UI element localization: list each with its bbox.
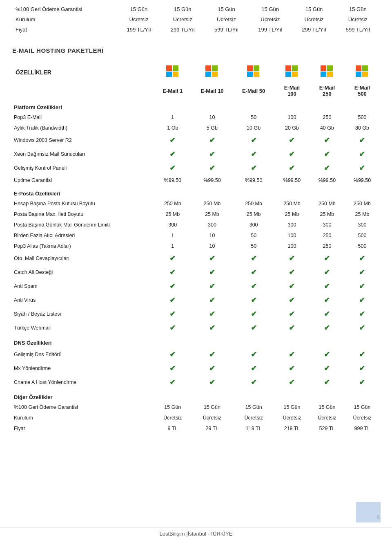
feature-value: ✔ [154, 375, 192, 389]
svg-rect-6 [205, 72, 211, 77]
feature-value: 100 [274, 112, 310, 123]
row-label: Kurulum [12, 14, 117, 25]
feature-label: Birden Fazla Alıcı Adresleri [12, 230, 154, 241]
section-header-row: Diğer Özellikler [12, 389, 380, 402]
feature-value: 5 Gb [192, 123, 233, 133]
feature-value: ✔ [233, 147, 274, 161]
row-value: Ücretsiz [161, 14, 205, 25]
feature-value: Ücretsiz [345, 413, 380, 423]
feature-value: 250 Mb [310, 198, 345, 209]
svg-rect-7 [212, 72, 218, 77]
top-table-row: Fiyat199 TL/Yıl299 TL/Yıl599 TL/Yıl199 T… [12, 25, 380, 35]
section-header-row: DNS Özellikleri [12, 335, 380, 348]
feature-value: 50 [233, 230, 274, 241]
feature-value: ✔ [192, 375, 233, 389]
section-header-row: E-Posta Özellikleri [12, 186, 380, 198]
row-value: Ücretsiz [248, 14, 292, 25]
feature-value: ✔ [233, 375, 274, 389]
feature-value: ✔ [192, 321, 233, 335]
feature-value: ✔ [345, 321, 380, 335]
row-value: 199 TL/Yıl [117, 25, 160, 35]
row-value: 299 TL/Yıl [161, 25, 205, 35]
feature-value: 9 TL [154, 423, 192, 434]
feature-value: 250 [310, 112, 345, 123]
feature-value: %99.50 [310, 175, 345, 186]
table-row: %100 Geri Ödeme Garantisi15 Gün15 Gün15 … [12, 402, 380, 413]
svg-rect-22 [356, 72, 361, 77]
col-header-1 [192, 62, 233, 82]
column-labels-row: E-Mail 1 E-Mail 10 E-Mail 50 E-Mail100 E… [12, 82, 380, 99]
feature-value: Ücretsiz [192, 413, 233, 423]
table-row: Anti Spam✔✔✔✔✔✔ [12, 279, 380, 293]
svg-rect-2 [166, 72, 172, 77]
feature-value: ✔ [274, 265, 310, 279]
top-table: %100 Geri Ödeme Garantisi15 Gün15 Gün15 … [12, 4, 380, 35]
feature-value: 119 TL [233, 423, 274, 434]
feature-value: ✔ [345, 375, 380, 389]
feature-value: ✔ [154, 161, 192, 175]
row-value: Ücretsiz [117, 14, 160, 25]
feature-value: ✔ [345, 265, 380, 279]
feature-value: 1 [154, 241, 192, 251]
feature-label: Hesap Başına Posta Kutusu Boyutu [12, 198, 154, 209]
feature-value: 250 Mb [154, 198, 192, 209]
table-row: Siyah / Beyaz Listesi✔✔✔✔✔✔ [12, 307, 380, 321]
feature-value: ✔ [192, 251, 233, 265]
feature-label: Mx Yönlendirme [12, 361, 154, 375]
feature-value: 250 Mb [192, 198, 233, 209]
feature-value: ✔ [274, 375, 310, 389]
row-value: Ücretsiz [205, 14, 248, 25]
row-value: Ücretsiz [336, 14, 380, 25]
feature-value: 15 Gün [233, 402, 274, 413]
feature-value: 300 [233, 220, 274, 230]
section-header-label: E-Posta Özellikleri [12, 186, 380, 198]
feature-value: ✔ [192, 279, 233, 293]
col-label-1: E-Mail 10 [192, 82, 233, 99]
col-label-3: E-Mail100 [274, 82, 310, 99]
svg-rect-23 [362, 72, 368, 77]
feature-value: ✔ [233, 251, 274, 265]
feature-value: 10 [192, 112, 233, 123]
row-value: 599 TL/Yıl [205, 25, 248, 35]
feature-label: Pop3 E-Mail [12, 112, 154, 123]
feature-value: ✔ [310, 147, 345, 161]
decorative-box [356, 502, 381, 523]
section-title: E-MAIL HOSTING PAKETLERİ [12, 47, 380, 54]
table-row: Birden Fazla Alıcı Adresleri110501002505… [12, 230, 380, 241]
feature-value: 20 Gb [274, 123, 310, 133]
row-value: 299 TL/Yıl [292, 25, 336, 35]
svg-rect-0 [166, 65, 172, 71]
feature-value: 15 Gün [154, 402, 192, 413]
row-value: 15 Gün [336, 4, 380, 14]
feature-label: Gelişmiş Dns Editörü [12, 348, 154, 361]
feature-value: ✔ [310, 161, 345, 175]
feature-value: 100 [274, 241, 310, 251]
feature-value: ✔ [192, 265, 233, 279]
feature-value: ✔ [233, 307, 274, 321]
feature-value: ✔ [345, 307, 380, 321]
feature-value: ✔ [274, 161, 310, 175]
feature-value: ✔ [233, 265, 274, 279]
feature-value: ✔ [192, 293, 233, 307]
table-row: Catch All Desteği✔✔✔✔✔✔ [12, 265, 380, 279]
row-value: 15 Gün [248, 4, 292, 14]
feature-label: %100 Geri Ödeme Garantisi [12, 402, 154, 413]
feature-value: ✔ [345, 293, 380, 307]
table-row: Uptime Garantisi%99.50%99.50%99.50%99.50… [12, 175, 380, 186]
feature-value: ✔ [154, 265, 192, 279]
svg-rect-15 [292, 72, 298, 77]
table-row: Türkçe Webmail✔✔✔✔✔✔ [12, 321, 380, 335]
feature-value: ✔ [310, 321, 345, 335]
feature-value: 15 Gün [274, 402, 310, 413]
header-row: ÖZELLİKLER [12, 62, 380, 82]
feature-label: Siyah / Beyaz Listesi [12, 307, 154, 321]
svg-rect-3 [173, 72, 178, 77]
feature-value: 500 [345, 230, 380, 241]
feature-value: ✔ [274, 251, 310, 265]
feature-value: 25 Mb [345, 209, 380, 220]
table-row: Posta Başına Max. İleti Boyutu25 Mb25 Mb… [12, 209, 380, 220]
feature-value: %99.50 [154, 175, 192, 186]
feature-value: ✔ [154, 307, 192, 321]
top-table-row: KurulumÜcretsizÜcretsizÜcretsizÜcretsizÜ… [12, 14, 380, 25]
feature-value: 300 [154, 220, 192, 230]
